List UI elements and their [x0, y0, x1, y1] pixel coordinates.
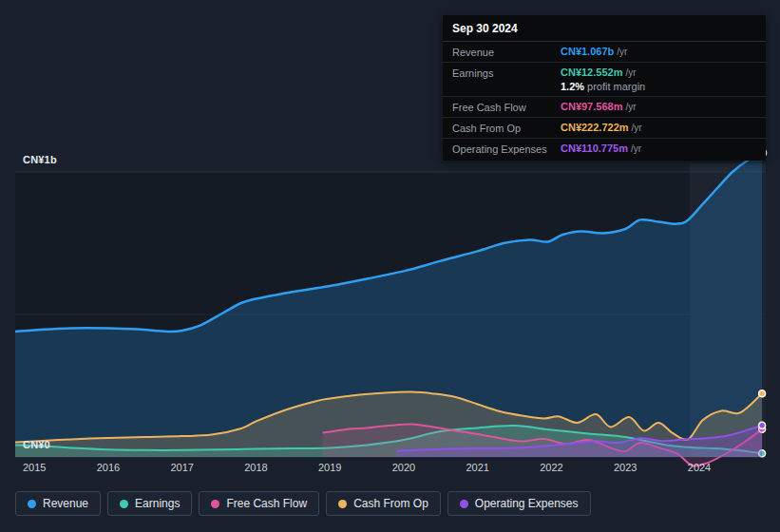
tooltip-row-suffix: /yr	[632, 123, 642, 133]
tooltip-row-operating-expenses: Operating ExpensesCN¥110.775m/yr	[443, 139, 766, 161]
tooltip-row-label: Earnings	[452, 66, 561, 79]
tooltip-date: Sep 30 2024	[443, 15, 766, 42]
tooltip-profit-margin: 1.2%profit margin	[561, 81, 756, 92]
tooltip-row-value: CN¥97.568m	[561, 101, 622, 112]
tooltip-row-value: CN¥1.067b	[561, 46, 614, 57]
free-cash-flow-legend-dot-icon	[211, 500, 219, 508]
legend-label: Earnings	[135, 497, 180, 510]
y-axis-label-top: CN¥1b	[23, 154, 57, 165]
legend-label: Revenue	[43, 497, 88, 510]
tooltip-row-free-cash-flow: Free Cash FlowCN¥97.568m/yr	[443, 97, 766, 118]
tooltip-row-cash-from-op: Cash From OpCN¥222.722m/yr	[443, 118, 766, 139]
legend-item-operating-expenses[interactable]: Operating Expenses	[447, 491, 591, 516]
tooltip-row-suffix: /yr	[625, 67, 636, 78]
operating-expenses-legend-dot-icon	[460, 500, 468, 508]
tooltip: Sep 30 2024 RevenueCN¥1.067b/yrEarningsC…	[443, 15, 766, 161]
legend-item-revenue[interactable]: Revenue	[15, 491, 101, 516]
legend-item-cash-from-op[interactable]: Cash From Op	[326, 491, 441, 516]
cash-from-op-legend-dot-icon	[338, 500, 347, 508]
tooltip-row-label: Free Cash Flow	[452, 101, 561, 113]
legend-item-earnings[interactable]: Earnings	[107, 491, 192, 516]
legend: RevenueEarningsFree Cash FlowCash From O…	[15, 491, 591, 516]
tooltip-row-label: Revenue	[452, 46, 561, 58]
tooltip-row-suffix: /yr	[631, 143, 641, 154]
tooltip-row-earnings: EarningsCN¥12.552m/yr1.2%profit margin	[443, 63, 766, 97]
tooltip-rows: RevenueCN¥1.067b/yrEarningsCN¥12.552m/yr…	[443, 42, 766, 161]
legend-item-free-cash-flow[interactable]: Free Cash Flow	[199, 491, 319, 516]
revenue-legend-dot-icon	[28, 500, 36, 508]
tooltip-row-value: CN¥110.775m	[561, 142, 628, 154]
operating-expenses-end-marker[interactable]	[759, 422, 766, 428]
chart-panel: CN¥1b CN¥0 20152016201720182019202020212…	[0, 0, 780, 532]
earnings-legend-dot-icon	[120, 500, 128, 508]
legend-label: Cash From Op	[353, 497, 428, 510]
tooltip-row-label: Operating Expenses	[452, 142, 561, 155]
legend-label: Operating Expenses	[475, 497, 579, 510]
tooltip-row-suffix: /yr	[617, 47, 627, 57]
legend-label: Free Cash Flow	[226, 497, 307, 510]
tooltip-row-revenue: RevenueCN¥1.067b/yr	[443, 42, 766, 63]
tooltip-row-suffix: /yr	[625, 102, 636, 112]
tooltip-row-label: Cash From Op	[452, 122, 561, 134]
cash-from-op-end-marker[interactable]	[759, 390, 766, 397]
tooltip-row-value: CN¥12.552m	[561, 66, 622, 78]
tooltip-row-value: CN¥222.722m	[561, 122, 629, 133]
y-axis-label-bottom: CN¥0	[23, 439, 50, 450]
